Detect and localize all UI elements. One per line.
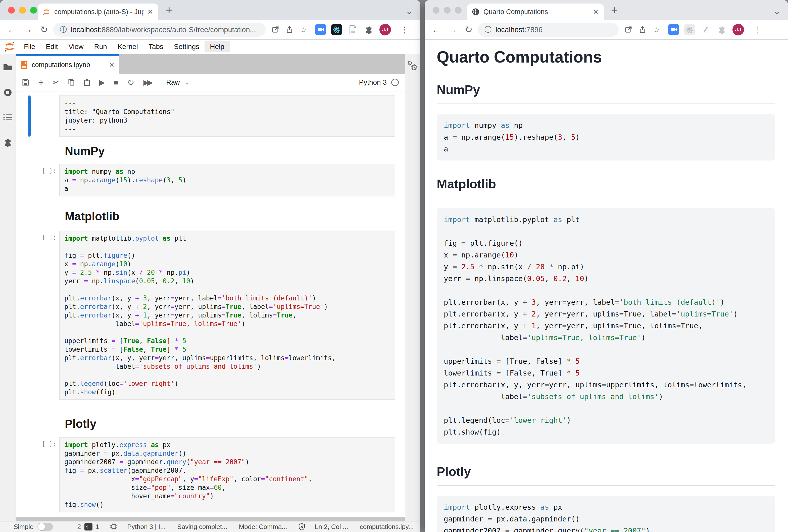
cell-type-chevron-icon[interactable]: ⌄: [184, 79, 190, 86]
cell-editor[interactable]: --- title: "Quarto Computations" jupyter…: [59, 96, 395, 137]
puzzle-extensions-icon[interactable]: [716, 24, 727, 35]
cell-editor[interactable]: import matplotlib.pyplot as plt fig = pl…: [59, 230, 395, 400]
browser-tab[interactable]: Quarto Computations ✕: [467, 3, 604, 20]
cell-collapser[interactable]: [28, 437, 31, 512]
cell-collapser[interactable]: [28, 164, 31, 197]
traffic-lights[interactable]: [8, 7, 37, 14]
zoom-window-button[interactable]: [455, 7, 461, 14]
browser-tab[interactable]: computations.ip (auto-S) - Jup ✕: [38, 3, 158, 20]
browser-menu-icon[interactable]: ⋮: [400, 25, 409, 35]
site-info-icon[interactable]: ⓘ: [60, 25, 67, 35]
paste-cells-button[interactable]: [84, 79, 90, 86]
simple-mode-toggle[interactable]: [37, 523, 53, 531]
menu-run[interactable]: Run: [89, 41, 112, 52]
menu-edit[interactable]: Edit: [40, 41, 63, 52]
share-icon[interactable]: [286, 26, 293, 34]
code-cell[interactable]: [ ]:import matplotlib.pyplot as plt fig …: [28, 230, 395, 400]
forward-icon[interactable]: →: [21, 24, 35, 35]
share-icon[interactable]: [639, 26, 646, 34]
kernel-name[interactable]: Python 3: [359, 78, 387, 86]
code-cell[interactable]: [ ]:import numpy as np a = np.arange(15)…: [28, 164, 395, 197]
browser-tab-strip: Quarto Computations ✕ + ⌄: [425, 0, 788, 20]
profile-avatar[interactable]: JJ: [732, 24, 744, 36]
url-host: localhost: [495, 26, 524, 34]
code-cell[interactable]: [ ]:import plotly.express as px gapminde…: [28, 437, 395, 512]
running-kernels-icon[interactable]: [3, 88, 12, 97]
add-cell-button[interactable]: +: [38, 77, 44, 88]
reload-icon[interactable]: ↻: [37, 24, 51, 35]
extensions-row: JJ ⋮: [315, 24, 409, 36]
interrupt-kernel-button[interactable]: ■: [114, 78, 118, 87]
puzzle-extensions-icon[interactable]: [363, 24, 374, 35]
document-extension-icon[interactable]: [347, 24, 358, 35]
zoom-extension-icon[interactable]: [315, 24, 326, 35]
address-bar[interactable]: ⓘ localhost:7896: [478, 23, 619, 37]
copy-cells-button[interactable]: [68, 79, 75, 86]
bookmark-star-icon[interactable]: ☆: [653, 25, 659, 34]
cell-prompt: [31, 96, 59, 137]
zoom-window-button[interactable]: [30, 7, 37, 14]
site-info-icon[interactable]: ⓘ: [485, 25, 492, 35]
profile-avatar[interactable]: JJ: [379, 24, 391, 36]
run-all-button[interactable]: ▶▶: [143, 78, 151, 87]
run-cell-button[interactable]: ▶: [99, 78, 105, 87]
tab-search-chevron-icon[interactable]: ⌄: [773, 6, 781, 16]
notebook-content[interactable]: --- title: "Quarto Computations" jupyter…: [16, 91, 405, 517]
extension-manager-icon[interactable]: [3, 138, 12, 147]
cell-editor[interactable]: import plotly.express as px gapminder = …: [59, 437, 395, 512]
globe-favicon: [472, 8, 479, 16]
react-devtools-extension-icon[interactable]: [331, 24, 342, 35]
menu-file[interactable]: File: [19, 41, 40, 52]
cut-cells-button[interactable]: ✂: [53, 78, 59, 87]
cell-collapser[interactable]: [28, 230, 31, 400]
menu-settings[interactable]: Settings: [169, 41, 204, 52]
save-button[interactable]: [22, 79, 29, 86]
tab-close-icon[interactable]: ✕: [147, 8, 153, 16]
table-of-contents-icon[interactable]: [3, 114, 12, 121]
cell-type-select[interactable]: Raw: [166, 79, 180, 86]
kernel-status-icon[interactable]: [391, 79, 399, 86]
quarto-page: Quarto Computations NumPyimport numpy as…: [425, 40, 788, 532]
file-browser-icon[interactable]: [3, 63, 13, 71]
notebook-file-tab[interactable]: computations.ipynb ✕: [16, 54, 119, 74]
z-extension-icon[interactable]: Z: [700, 24, 711, 35]
kernel-status-text[interactable]: Python 3 | I...: [127, 523, 165, 531]
bookmark-star-icon[interactable]: ☆: [300, 25, 307, 34]
section-heading: NumPy: [437, 82, 775, 104]
reload-icon[interactable]: ↻: [462, 24, 475, 35]
cell-prompt: [ ]:: [31, 230, 59, 400]
menu-view[interactable]: View: [63, 41, 89, 52]
traffic-lights[interactable]: [433, 7, 461, 14]
back-icon[interactable]: ←: [5, 24, 19, 35]
react-devtools-extension-icon[interactable]: [684, 24, 695, 35]
notebook-file-tab-label: computations.ipynb: [32, 61, 90, 69]
tab-search-chevron-icon[interactable]: ⌄: [406, 6, 413, 16]
menu-tabs[interactable]: Tabs: [143, 41, 169, 52]
menu-kernel[interactable]: Kernel: [112, 41, 143, 52]
cell-collapser[interactable]: [28, 96, 31, 137]
notebook-toolbar: + ✂ ▶ ■ ↻ ▶▶ Raw ⌄ Python 3: [16, 74, 405, 91]
raw-cell[interactable]: --- title: "Quarto Computations" jupyter…: [28, 96, 395, 137]
command-mode-indicator[interactable]: Mode: Comma...: [239, 523, 287, 531]
url-host: localhost: [71, 26, 99, 34]
minimize-window-button[interactable]: [444, 7, 451, 14]
cursor-position[interactable]: Ln 2, Col ...: [315, 523, 348, 531]
open-in-new-icon[interactable]: [272, 26, 279, 34]
property-inspector-icon[interactable]: ⚙⚙: [407, 60, 419, 72]
tab-close-icon[interactable]: ✕: [593, 8, 599, 16]
menu-help[interactable]: Help: [204, 41, 230, 52]
new-tab-button[interactable]: +: [166, 5, 172, 15]
close-window-button[interactable]: [433, 7, 439, 14]
new-tab-button[interactable]: +: [611, 5, 618, 15]
open-in-new-icon[interactable]: [625, 26, 632, 34]
notebook-tab-close-icon[interactable]: ✕: [109, 61, 115, 69]
minimize-window-button[interactable]: [19, 7, 26, 14]
cell-editor[interactable]: import numpy as np a = np.arange(15).res…: [59, 164, 395, 197]
back-icon[interactable]: ←: [430, 24, 443, 35]
restart-kernel-button[interactable]: ↻: [127, 77, 134, 87]
close-window-button[interactable]: [8, 7, 15, 14]
forward-icon[interactable]: →: [446, 24, 459, 35]
address-bar[interactable]: ⓘ localhost:8889/lab/workspaces/auto-S/t…: [53, 23, 265, 37]
browser-menu-icon[interactable]: ⋮: [753, 25, 762, 35]
zoom-extension-icon[interactable]: [668, 24, 679, 35]
